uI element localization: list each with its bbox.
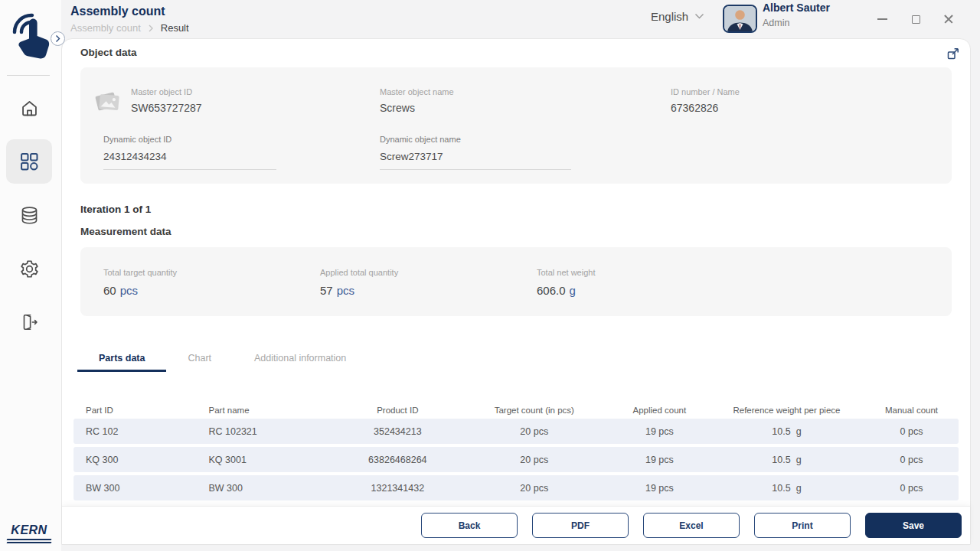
save-button[interactable]: Save <box>865 513 962 538</box>
sidebar-divider <box>7 75 50 76</box>
total-net-weight-field: Total net weight 606.0g <box>537 268 929 297</box>
logout-icon <box>19 312 39 332</box>
table-row: BW 300 BW 300 1321341432 20 pcs 19 pcs 1… <box>74 475 959 500</box>
col-part-name: Part name <box>204 406 338 415</box>
action-bar: Back PDF Excel Print Save <box>62 506 970 544</box>
home-icon <box>19 98 40 119</box>
close-icon <box>943 14 954 24</box>
breadcrumb-current: Result <box>161 22 189 34</box>
language-selector[interactable]: English <box>651 10 704 23</box>
col-manual-count: Manual count <box>864 406 959 415</box>
back-button[interactable]: Back <box>421 513 518 538</box>
sidebar-item-database[interactable] <box>6 193 52 237</box>
col-part-id: Part ID <box>74 406 204 415</box>
window-close-button[interactable] <box>939 9 959 29</box>
dynamic-object-name-label: Dynamic object name <box>380 135 671 144</box>
col-product-id: Product ID <box>337 406 459 415</box>
dynamic-object-name-input[interactable]: Screw273717 <box>380 151 571 170</box>
master-object-name-value: Screws <box>380 102 671 114</box>
user-menu[interactable]: Albert Sauter Admin <box>763 2 830 28</box>
kern-brand-text: KERN <box>11 523 47 536</box>
sidebar: KERN <box>0 0 61 551</box>
window-maximize-button[interactable] <box>906 9 926 29</box>
sidebar-item-apps[interactable] <box>6 139 52 184</box>
applied-total-quantity-label: Applied total quantity <box>320 268 537 277</box>
apps-grid-icon <box>18 151 40 172</box>
result-card: Object data Master object ID SW653 <box>61 38 971 545</box>
expand-icon <box>946 47 960 60</box>
photo-placeholder-icon <box>93 87 131 116</box>
applied-total-quantity-value: 57pcs <box>320 284 537 297</box>
table-row: RC 102 RC 102321 352434213 20 pcs 19 pcs… <box>74 419 959 444</box>
sidebar-item-logout[interactable] <box>6 300 52 344</box>
table-row: KQ 300 KQ 3001 63826468264 20 pcs 19 pcs… <box>74 447 959 472</box>
chevron-right-icon <box>147 24 155 33</box>
excel-button[interactable]: Excel <box>643 513 740 538</box>
dynamic-object-id-input[interactable]: 24312434234 <box>103 151 276 170</box>
col-target-count: Target count (in pcs) <box>459 406 610 415</box>
dynamic-object-name-field: Dynamic object name Screw273717 <box>380 135 671 170</box>
sidebar-item-settings[interactable] <box>6 246 52 291</box>
total-target-quantity-field: Total target quantity 60pcs <box>103 268 320 297</box>
tab-chart[interactable]: Chart <box>166 346 233 372</box>
topbar: Assembly count Assembly count Result Eng… <box>61 0 980 38</box>
total-target-quantity-label: Total target quantity <box>103 268 320 277</box>
breadcrumb: Assembly count Result <box>70 22 189 34</box>
id-number-name-field: ID number / Name 67362826 <box>671 87 929 114</box>
object-data-panel: Master object ID SW653727287 Master obje… <box>80 67 952 184</box>
object-data-title: Object data <box>80 47 952 58</box>
chevron-right-icon <box>54 34 61 43</box>
sidebar-nav <box>6 86 52 344</box>
breadcrumb-parent[interactable]: Assembly count <box>70 22 141 34</box>
avatar[interactable] <box>723 5 757 33</box>
measurement-panel: Total target quantity 60pcs Applied tota… <box>80 247 952 316</box>
print-button[interactable]: Print <box>754 513 851 538</box>
gear-icon <box>19 259 40 279</box>
user-role: Admin <box>763 18 830 28</box>
total-target-quantity-value: 60pcs <box>103 284 320 297</box>
card-content: Object data Master object ID SW653 <box>62 39 970 506</box>
master-object-name-field: Master object name Screws <box>380 87 671 114</box>
kern-brand-underline <box>7 539 51 543</box>
id-number-name-value: 67362826 <box>671 102 929 114</box>
app-touch-hand-logo <box>7 8 51 69</box>
iteration-label: Iteration 1 of 1 <box>80 204 952 215</box>
parts-table-header: Part ID Part name Product ID Target coun… <box>74 406 959 415</box>
col-reference-weight: Reference weight per piece <box>709 406 864 415</box>
database-icon <box>19 205 40 226</box>
total-net-weight-label: Total net weight <box>537 268 929 277</box>
sidebar-item-home[interactable] <box>6 86 52 130</box>
tab-additional-information[interactable]: Additional information <box>233 346 368 372</box>
master-object-id-field: Master object ID SW653727287 <box>131 87 380 114</box>
expand-view-button[interactable] <box>946 47 960 60</box>
total-net-weight-value: 606.0g <box>537 284 929 297</box>
col-applied-count: Applied count <box>610 406 709 415</box>
master-object-id-value: SW653727287 <box>131 102 380 114</box>
result-tabs: Parts data Chart Additional information <box>77 346 952 372</box>
applied-total-quantity-field: Applied total quantity 57pcs <box>320 268 537 297</box>
parts-table: Part ID Part name Product ID Target coun… <box>74 406 959 500</box>
tab-parts-data[interactable]: Parts data <box>77 346 166 372</box>
language-label: English <box>651 10 688 23</box>
user-name: Albert Sauter <box>763 2 830 14</box>
sidebar-collapse-toggle[interactable] <box>51 31 65 46</box>
kern-brand-logo: KERN <box>7 523 51 543</box>
page-title: Assembly count <box>70 5 165 18</box>
id-number-name-label: ID number / Name <box>671 87 929 96</box>
maximize-icon <box>912 15 920 24</box>
measurement-data-title: Measurement data <box>80 226 952 237</box>
dynamic-object-id-label: Dynamic object ID <box>103 135 380 144</box>
minimize-icon <box>877 18 887 20</box>
chevron-down-icon <box>694 13 704 20</box>
master-object-id-label: Master object ID <box>131 87 380 96</box>
master-object-name-label: Master object name <box>380 87 671 96</box>
window-minimize-button[interactable] <box>872 9 892 29</box>
dynamic-object-id-field: Dynamic object ID 24312434234 <box>103 135 380 170</box>
pdf-button[interactable]: PDF <box>532 513 629 538</box>
